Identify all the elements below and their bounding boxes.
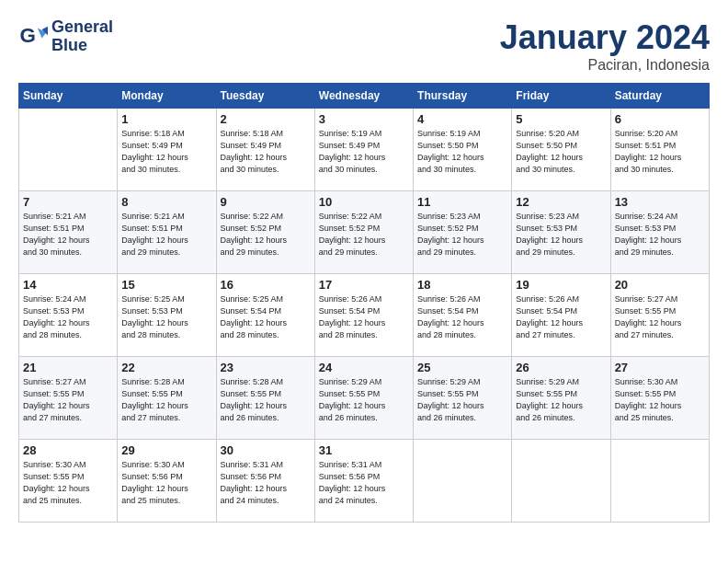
day-number: 10 (319, 195, 409, 209)
day-number: 26 (516, 361, 606, 374)
day-number: 21 (23, 361, 113, 374)
calendar-cell: 14Sunrise: 5:24 AM Sunset: 5:53 PM Dayli… (19, 274, 118, 357)
weekday-header-sunday: Sunday (19, 84, 118, 109)
calendar-cell: 8Sunrise: 5:21 AM Sunset: 5:51 PM Daylig… (118, 191, 216, 274)
day-info: Sunrise: 5:22 AM Sunset: 5:52 PM Dayligh… (319, 211, 409, 259)
day-info: Sunrise: 5:26 AM Sunset: 5:54 PM Dayligh… (516, 293, 606, 341)
calendar-cell: 4Sunrise: 5:19 AM Sunset: 5:50 PM Daylig… (414, 109, 512, 191)
day-info: Sunrise: 5:21 AM Sunset: 5:51 PM Dayligh… (23, 211, 113, 259)
calendar-week-row: 28Sunrise: 5:30 AM Sunset: 5:55 PM Dayli… (19, 440, 710, 523)
calendar-cell: 17Sunrise: 5:26 AM Sunset: 5:54 PM Dayli… (314, 274, 413, 357)
weekday-header-row: SundayMondayTuesdayWednesdayThursdayFrid… (19, 84, 710, 109)
calendar-week-row: 7Sunrise: 5:21 AM Sunset: 5:51 PM Daylig… (19, 191, 710, 274)
calendar-cell: 18Sunrise: 5:26 AM Sunset: 5:54 PM Dayli… (414, 274, 512, 357)
calendar-cell: 12Sunrise: 5:23 AM Sunset: 5:53 PM Dayli… (512, 191, 610, 274)
day-number: 16 (221, 278, 311, 292)
day-number: 12 (516, 195, 606, 209)
day-info: Sunrise: 5:31 AM Sunset: 5:56 PM Dayligh… (319, 459, 409, 507)
day-number: 19 (516, 278, 606, 292)
day-info: Sunrise: 5:18 AM Sunset: 5:49 PM Dayligh… (221, 128, 311, 176)
month-title: January 2024 (500, 18, 710, 57)
day-number: 11 (417, 195, 507, 209)
day-info: Sunrise: 5:18 AM Sunset: 5:49 PM Dayligh… (121, 128, 211, 176)
calendar-week-row: 21Sunrise: 5:27 AM Sunset: 5:55 PM Dayli… (19, 357, 710, 440)
calendar-cell: 1Sunrise: 5:18 AM Sunset: 5:49 PM Daylig… (118, 109, 216, 191)
calendar-cell: 28Sunrise: 5:30 AM Sunset: 5:55 PM Dayli… (19, 440, 118, 523)
calendar-cell: 24Sunrise: 5:29 AM Sunset: 5:55 PM Dayli… (314, 357, 413, 440)
calendar-cell: 19Sunrise: 5:26 AM Sunset: 5:54 PM Dayli… (512, 274, 610, 357)
calendar-cell: 13Sunrise: 5:24 AM Sunset: 5:53 PM Dayli… (610, 191, 709, 274)
day-number: 5 (516, 112, 606, 126)
weekday-header-saturday: Saturday (610, 84, 709, 109)
day-number: 3 (319, 112, 409, 126)
location-subtitle: Paciran, Indonesia (500, 57, 710, 74)
day-info: Sunrise: 5:29 AM Sunset: 5:55 PM Dayligh… (319, 376, 409, 424)
day-number: 9 (221, 195, 311, 209)
calendar-cell (512, 440, 610, 523)
day-info: Sunrise: 5:20 AM Sunset: 5:51 PM Dayligh… (615, 128, 705, 176)
day-number: 6 (615, 112, 705, 126)
title-section: January 2024 Paciran, Indonesia (500, 18, 710, 74)
day-info: Sunrise: 5:25 AM Sunset: 5:54 PM Dayligh… (221, 293, 311, 341)
calendar-cell (19, 109, 118, 191)
calendar-cell: 3Sunrise: 5:19 AM Sunset: 5:49 PM Daylig… (314, 109, 413, 191)
calendar-cell: 2Sunrise: 5:18 AM Sunset: 5:49 PM Daylig… (216, 109, 314, 191)
day-info: Sunrise: 5:30 AM Sunset: 5:55 PM Dayligh… (615, 376, 705, 424)
day-info: Sunrise: 5:23 AM Sunset: 5:52 PM Dayligh… (417, 211, 507, 259)
logo-icon: G (18, 22, 48, 52)
calendar-cell: 27Sunrise: 5:30 AM Sunset: 5:55 PM Dayli… (610, 357, 709, 440)
day-number: 29 (121, 443, 211, 457)
day-number: 7 (23, 195, 113, 209)
day-info: Sunrise: 5:21 AM Sunset: 5:51 PM Dayligh… (121, 211, 211, 259)
calendar-cell (414, 440, 512, 523)
day-number: 24 (319, 361, 409, 374)
calendar-cell: 22Sunrise: 5:28 AM Sunset: 5:55 PM Dayli… (118, 357, 216, 440)
day-info: Sunrise: 5:28 AM Sunset: 5:55 PM Dayligh… (121, 376, 211, 424)
weekday-header-tuesday: Tuesday (216, 84, 314, 109)
day-info: Sunrise: 5:20 AM Sunset: 5:50 PM Dayligh… (516, 128, 606, 176)
day-info: Sunrise: 5:19 AM Sunset: 5:49 PM Dayligh… (319, 128, 409, 176)
calendar-cell: 26Sunrise: 5:29 AM Sunset: 5:55 PM Dayli… (512, 357, 610, 440)
day-number: 15 (121, 278, 211, 292)
day-number: 14 (23, 278, 113, 292)
day-info: Sunrise: 5:23 AM Sunset: 5:53 PM Dayligh… (516, 211, 606, 259)
day-number: 23 (221, 361, 311, 374)
day-number: 1 (121, 112, 211, 126)
weekday-header-friday: Friday (512, 84, 610, 109)
logo-text: General Blue (51, 18, 113, 55)
day-number: 20 (615, 278, 705, 292)
day-info: Sunrise: 5:19 AM Sunset: 5:50 PM Dayligh… (417, 128, 507, 176)
calendar-cell: 20Sunrise: 5:27 AM Sunset: 5:55 PM Dayli… (610, 274, 709, 357)
day-info: Sunrise: 5:30 AM Sunset: 5:56 PM Dayligh… (121, 459, 211, 507)
logo: G General Blue (18, 18, 113, 55)
calendar-cell (610, 440, 709, 523)
day-number: 22 (121, 361, 211, 374)
day-info: Sunrise: 5:26 AM Sunset: 5:54 PM Dayligh… (319, 293, 409, 341)
day-info: Sunrise: 5:27 AM Sunset: 5:55 PM Dayligh… (615, 293, 705, 341)
weekday-header-thursday: Thursday (414, 84, 512, 109)
day-number: 8 (121, 195, 211, 209)
day-number: 13 (615, 195, 705, 209)
calendar-cell: 30Sunrise: 5:31 AM Sunset: 5:56 PM Dayli… (216, 440, 314, 523)
weekday-header-monday: Monday (118, 84, 216, 109)
day-info: Sunrise: 5:29 AM Sunset: 5:55 PM Dayligh… (516, 376, 606, 424)
calendar-cell: 6Sunrise: 5:20 AM Sunset: 5:51 PM Daylig… (610, 109, 709, 191)
calendar-week-row: 14Sunrise: 5:24 AM Sunset: 5:53 PM Dayli… (19, 274, 710, 357)
calendar-cell: 15Sunrise: 5:25 AM Sunset: 5:53 PM Dayli… (118, 274, 216, 357)
page-header: G General Blue January 2024 Paciran, Ind… (18, 18, 710, 74)
calendar-cell: 25Sunrise: 5:29 AM Sunset: 5:55 PM Dayli… (414, 357, 512, 440)
day-info: Sunrise: 5:22 AM Sunset: 5:52 PM Dayligh… (221, 211, 311, 259)
calendar-cell: 9Sunrise: 5:22 AM Sunset: 5:52 PM Daylig… (216, 191, 314, 274)
day-info: Sunrise: 5:31 AM Sunset: 5:56 PM Dayligh… (221, 459, 311, 507)
day-number: 30 (221, 443, 311, 457)
calendar-cell: 29Sunrise: 5:30 AM Sunset: 5:56 PM Dayli… (118, 440, 216, 523)
calendar-cell: 16Sunrise: 5:25 AM Sunset: 5:54 PM Dayli… (216, 274, 314, 357)
calendar-cell: 11Sunrise: 5:23 AM Sunset: 5:52 PM Dayli… (414, 191, 512, 274)
day-number: 28 (23, 443, 113, 457)
day-info: Sunrise: 5:27 AM Sunset: 5:55 PM Dayligh… (23, 376, 113, 424)
day-number: 31 (319, 443, 409, 457)
calendar-week-row: 1Sunrise: 5:18 AM Sunset: 5:49 PM Daylig… (19, 109, 710, 191)
calendar-cell: 7Sunrise: 5:21 AM Sunset: 5:51 PM Daylig… (19, 191, 118, 274)
svg-text:G: G (20, 24, 36, 47)
day-number: 4 (417, 112, 507, 126)
